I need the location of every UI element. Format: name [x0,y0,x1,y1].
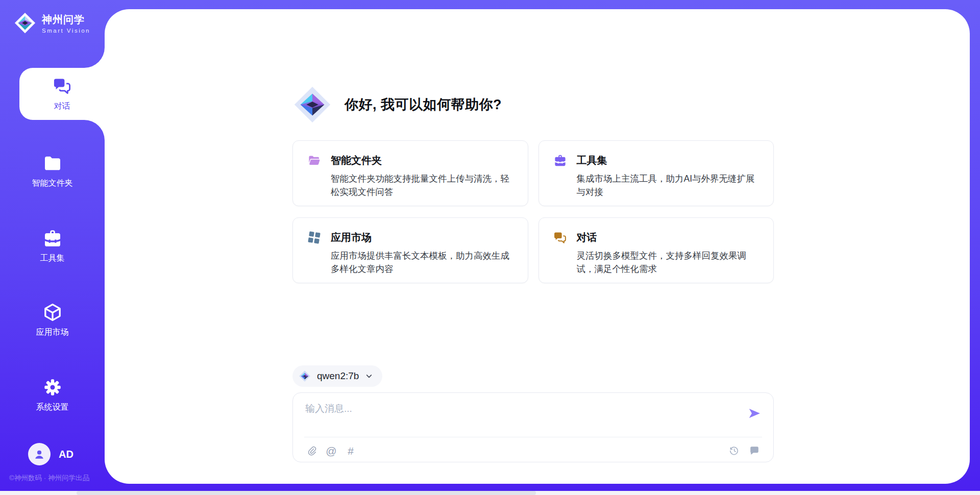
sidebar-item-label: 系统设置 [36,402,69,413]
cube-icon [42,302,63,323]
sidebar-item-smart-folder[interactable]: 智能文件夹 [0,153,105,189]
hash-icon: # [348,445,354,456]
active-tab-curve-top [84,47,105,68]
card-smart-folder[interactable]: 智能文件夹 智能文件夹功能支持批量文件上传与清洗，轻松实现文件问答 [292,140,528,206]
paperclip-icon [307,445,317,456]
feature-cards: 智能文件夹 智能文件夹功能支持批量文件上传与清洗，轻松实现文件问答 工具集 集成… [292,140,774,283]
sidebar-item-label: 应用市场 [36,327,69,338]
model-logo-icon [299,370,311,382]
avatar [28,443,51,465]
grid-cube-icon [307,231,321,244]
message-input[interactable] [305,402,744,432]
brand-subtitle: Smart Vision [42,28,90,34]
card-title: 智能文件夹 [331,154,382,167]
sidebar-item-app-market[interactable]: 应用市场 [0,302,105,338]
horizontal-scrollbar[interactable] [0,491,980,495]
gear-icon [42,377,63,398]
card-title: 应用市场 [331,231,372,244]
composer-toolbar: @ # [305,442,761,459]
copyright: ©神州数码 · 神州问学出品 [9,474,89,483]
user-initials: AD [59,449,74,460]
sidebar-item-label: 对话 [54,101,70,112]
brand-name: 神州问学 [42,13,90,27]
sidebar-item-chat[interactable]: 对话 [19,68,105,120]
card-description: 应用市场提供丰富长文本模板，助力高效生成多样化文章内容 [331,249,513,276]
chat-bubbles-icon [553,231,567,244]
user-profile[interactable]: AD [28,443,74,465]
model-name: qwen2:7b [317,370,359,382]
brand: 神州问学 Smart Vision [13,11,90,35]
sidebar: 神州问学 Smart Vision 对话 智能文件夹 工具集 [0,0,105,495]
toolbox-icon [553,154,567,167]
card-toolset[interactable]: 工具集 集成市场上主流工具，助力AI与外界无缝扩展与对接 [538,140,774,206]
scrollbar-thumb[interactable] [77,491,536,495]
new-chat-button[interactable] [748,444,761,457]
message-composer: @ # [292,392,774,462]
card-title: 工具集 [577,154,607,167]
composer-divider [304,437,762,437]
folder-icon [42,153,63,174]
toolbox-icon [42,228,63,249]
history-button[interactable] [727,444,741,457]
card-chat[interactable]: 对话 灵活切换多模型文件，支持多样回复效果调试，满足个性化需求 [538,217,774,283]
card-title: 对话 [577,231,597,244]
sidebar-item-settings[interactable]: 系统设置 [0,377,105,413]
sidebar-item-label: 智能文件夹 [32,178,73,189]
greeting: 你好, 我可以如何帮助你? [292,85,502,125]
chat-bubble-icon [749,445,760,456]
send-button[interactable] [747,406,762,421]
card-description: 集成市场上主流工具，助力AI与外界无缝扩展与对接 [577,172,760,199]
brand-logo-icon [13,11,37,35]
sidebar-item-toolset[interactable]: 工具集 [0,228,105,264]
assistant-logo-icon [292,85,332,125]
chat-bubbles-icon [52,76,72,96]
chevron-down-icon [365,372,373,380]
greeting-text: 你好, 我可以如何帮助你? [345,95,502,114]
card-app-market[interactable]: 应用市场 应用市场提供丰富长文本模板，助力高效生成多样化文章内容 [292,217,528,283]
at-icon: @ [326,445,336,456]
card-description: 灵活切换多模型文件，支持多样回复效果调试，满足个性化需求 [577,249,760,276]
attach-file-button[interactable] [305,444,318,457]
send-icon [747,406,762,420]
main-content: 你好, 我可以如何帮助你? 智能文件夹 智能文件夹功能支持批量文件上传与清洗，轻… [105,9,970,484]
active-tab-curve-bottom [84,120,105,140]
folder-open-icon [307,154,321,167]
sidebar-item-label: 工具集 [40,253,65,264]
history-icon [728,445,740,456]
mention-button[interactable]: @ [325,444,338,457]
card-description: 智能文件夹功能支持批量文件上传与清洗，轻松实现文件问答 [331,172,513,199]
model-selector[interactable]: qwen2:7b [292,365,382,387]
topic-button[interactable]: # [344,444,357,457]
